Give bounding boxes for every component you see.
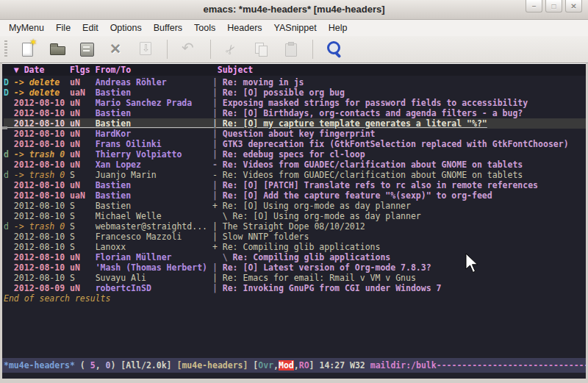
row-subject: Re: [O] Add the capture feature "%(sexp)… — [223, 190, 492, 201]
row-date: 2012-08-10 — [14, 201, 70, 211]
row-mark — [4, 160, 14, 170]
row-from: Mario Sanchez Prada — [96, 98, 207, 108]
header-row[interactable]: D -> delete uaN Bastien | Re: [O] possib… — [4, 87, 586, 98]
row-from: Bastien — [96, 87, 207, 98]
toolbar-grip[interactable] — [4, 40, 7, 58]
row-subject: Re: Emacs for email: Rmail v VM v Gnus — [223, 273, 416, 283]
row-flags: uN — [70, 139, 96, 149]
modeline-position-indicator: [All/2.0k] — [121, 360, 171, 371]
search-icon[interactable] — [325, 40, 344, 59]
modeline-maildir-path: maildir:/bulk — [370, 360, 437, 371]
row-mark: d — [4, 149, 14, 160]
menu-item-file[interactable]: File — [50, 21, 76, 35]
row-from: HardKor — [96, 129, 207, 139]
header-row[interactable]: 2012-08-10 uN HardKor | Question about k… — [4, 129, 586, 139]
row-date: 2012-08-09 — [14, 283, 70, 293]
row-date: 2012-08-10 — [14, 118, 70, 129]
header-row[interactable]: 2012-08-10 uN Bastien | Re: [O] [PATCH] … — [4, 180, 586, 190]
row-date: 2012-08-10 — [14, 180, 70, 190]
row-mark — [4, 190, 14, 201]
row-flags: uN — [70, 149, 96, 160]
headers-column-titles[interactable]: ▼ Date Flgs From/To Subject — [2, 64, 586, 76]
row-subject: The Straight Dope 08/10/2012 — [223, 221, 365, 232]
row-from: Bastien — [96, 118, 207, 129]
new-file-icon[interactable] — [18, 40, 37, 59]
row-date: -> trash 0 — [14, 221, 70, 232]
mu4e-headers-buffer[interactable]: ▼ Date Flgs From/To Subject D -> delete … — [2, 63, 586, 358]
menu-item-tools[interactable]: Tools — [188, 21, 221, 35]
modeline-text: ( — [75, 360, 90, 371]
header-row[interactable]: 2012-08-10 S Michael Welle \ Re: [O] Usi… — [4, 211, 586, 221]
toolbar-separator — [312, 40, 313, 59]
minimize-button[interactable]: – — [526, 0, 542, 12]
header-row[interactable]: 2012-08-10 S Francesco Mazzoli | Slow NN… — [4, 232, 586, 242]
row-thread: \ — [207, 252, 233, 262]
save-icon[interactable] — [77, 40, 96, 59]
header-row[interactable]: 2012-08-10 uN Mario Sanchez Prada | Expo… — [4, 98, 586, 108]
modeline: *mu4e-headers* ( 5, 0) [All/2.0k] [mu4e-… — [2, 358, 586, 373]
row-mark — [4, 262, 14, 273]
row-thread: | — [207, 221, 223, 232]
row-thread: | — [207, 232, 223, 242]
menu-item-mymenu[interactable]: MyMenu — [3, 21, 50, 35]
header-row[interactable]: 2012-08-10 uN Xan Lopez - Re: Videos fro… — [4, 160, 586, 170]
header-row[interactable]: 2012-08-10 S Bastien + Re: [O] Using org… — [4, 201, 586, 211]
header-row[interactable]: 2012-08-09 uN robertcInSD | Re: Invoking… — [4, 283, 586, 293]
row-mark: d — [4, 221, 14, 232]
row-from: Bastien — [96, 201, 207, 211]
modeline-text: ] — [309, 360, 320, 371]
menu-item-options[interactable]: Options — [104, 21, 148, 35]
row-mark — [4, 180, 14, 190]
header-row[interactable]: d -> trash 0 S Juanjo Marin - Re: Videos… — [4, 170, 586, 180]
row-thread: | — [207, 87, 223, 98]
header-row[interactable]: 2012-08-10 uN Bastien | Re: [O] Birthday… — [4, 108, 586, 118]
header-row[interactable]: 2012-08-10 uaN Bastien | Re: [O] Add the… — [4, 190, 586, 201]
row-flags: uN — [70, 118, 96, 129]
header-row[interactable]: D -> delete uN Andreas Röhler | Re: movi… — [4, 77, 586, 87]
menu-item-edit[interactable]: Edit — [76, 21, 104, 35]
end-of-search-results: End of search results — [2, 293, 586, 304]
row-mark — [4, 273, 14, 283]
row-thread: + — [207, 242, 223, 252]
row-thread: | — [207, 108, 223, 118]
minibuffer-echo-area[interactable] — [2, 373, 586, 379]
row-date: -> trash 0 — [14, 149, 70, 160]
row-subject: Re: [O] possible org bug — [223, 87, 345, 98]
header-row[interactable]: 2012-08-10 uN Frans Oilinki | GTK3 depre… — [4, 139, 586, 149]
header-row[interactable]: 2012-08-10 uN Florian Müllner \ Re: Comp… — [4, 252, 586, 262]
row-from: Suvayu Ali — [96, 273, 207, 283]
open-folder-icon[interactable] — [48, 40, 67, 59]
menu-item-buffers[interactable]: Buffers — [148, 21, 188, 35]
row-thread: | — [207, 77, 223, 87]
row-date: 2012-08-10 — [14, 139, 70, 149]
undo-icon — [179, 40, 198, 59]
row-flags: uaN — [70, 87, 96, 98]
row-flags: uN — [70, 129, 96, 139]
header-row[interactable]: 2012-08-10 uN 'Mash (Thomas Herbert) | R… — [4, 262, 586, 273]
row-flags: uN — [70, 180, 96, 190]
row-from: Lanoxx — [96, 242, 207, 252]
maximize-button[interactable]: □ — [545, 0, 562, 12]
header-row[interactable]: d -> trash 0 S webmaster@straightd... | … — [4, 221, 586, 232]
row-mark — [4, 242, 14, 252]
close-buffer-icon[interactable] — [107, 40, 126, 59]
row-date: -> delete — [14, 77, 70, 87]
row-thread: | — [207, 139, 223, 149]
menu-item-help[interactable]: Help — [323, 21, 354, 35]
row-from: Juanjo Marin — [96, 170, 207, 180]
header-row[interactable]: d -> trash 0 uN Thierry Volpiatto | Re: … — [4, 149, 586, 160]
menu-item-headers[interactable]: Headers — [221, 21, 268, 35]
row-mark: D — [4, 77, 14, 87]
row-date: 2012-08-10 — [14, 232, 70, 242]
menu-item-yasnippet[interactable]: YASnippet — [268, 21, 323, 35]
header-row[interactable]: 2012-08-10 S Lanoxx + Re: Compiling glib… — [4, 242, 586, 252]
row-from: Florian Müllner — [96, 252, 207, 262]
header-row[interactable]: 2012-08-10 uN Bastien | Re: [O] my captu… — [4, 118, 586, 129]
modeline-readonly-flag: RO — [299, 360, 309, 371]
modeline-text: , — [273, 360, 279, 371]
close-button[interactable]: ✕ — [565, 0, 582, 12]
titlebar[interactable]: emacs: *mu4e-headers* [mu4e-headers] –□✕ — [0, 0, 588, 20]
header-row[interactable]: 2012-08-10 S Suvayu Ali | Re: Emacs for … — [4, 273, 586, 283]
row-thread: | — [207, 149, 223, 160]
row-thread: | — [207, 273, 223, 283]
